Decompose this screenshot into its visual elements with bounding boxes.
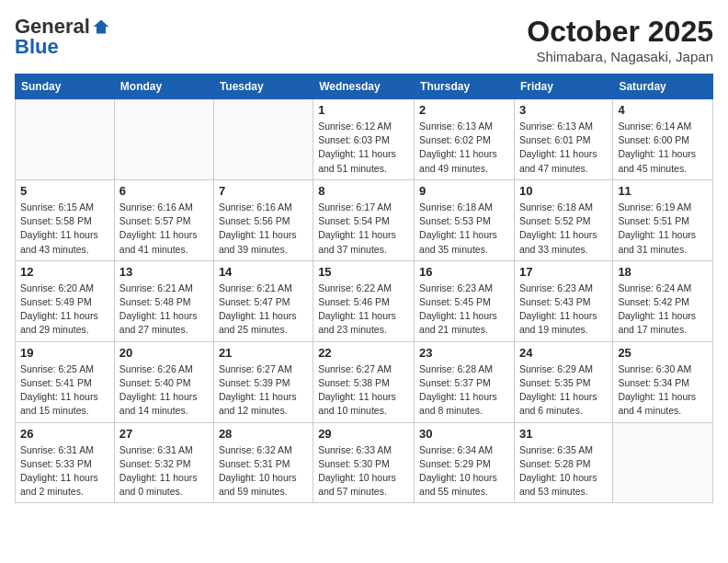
day-number: 9 — [419, 184, 509, 198]
calendar-cell: 7Sunrise: 6:16 AMSunset: 5:56 PMDaylight… — [213, 179, 313, 260]
day-info: Sunrise: 6:13 AMSunset: 6:02 PMDaylight:… — [419, 120, 509, 176]
day-number: 4 — [618, 103, 708, 117]
day-number: 14 — [219, 265, 308, 279]
day-info: Sunrise: 6:29 AMSunset: 5:35 PMDaylight:… — [519, 362, 608, 419]
day-number: 20 — [119, 346, 209, 360]
day-number: 8 — [318, 184, 409, 198]
column-header-friday: Friday — [514, 75, 612, 99]
calendar-cell: 24Sunrise: 6:29 AMSunset: 5:35 PMDayligh… — [514, 341, 612, 422]
calendar-cell: 29Sunrise: 6:33 AMSunset: 5:30 PMDayligh… — [313, 422, 415, 503]
day-info: Sunrise: 6:16 AMSunset: 5:57 PMDaylight:… — [119, 201, 209, 257]
day-info: Sunrise: 6:18 AMSunset: 5:52 PMDaylight:… — [519, 201, 608, 257]
day-info: Sunrise: 6:21 AMSunset: 5:47 PMDaylight:… — [219, 282, 308, 338]
day-info: Sunrise: 6:27 AMSunset: 5:38 PMDaylight:… — [318, 362, 409, 419]
day-number: 23 — [419, 346, 509, 360]
day-info: Sunrise: 6:13 AMSunset: 6:01 PMDaylight:… — [519, 120, 608, 176]
day-number: 21 — [219, 346, 308, 360]
week-row-2: 5Sunrise: 6:15 AMSunset: 5:58 PMDaylight… — [16, 179, 713, 260]
calendar-table: SundayMondayTuesdayWednesdayThursdayFrid… — [15, 74, 713, 503]
day-info: Sunrise: 6:34 AMSunset: 5:29 PMDaylight:… — [419, 443, 509, 500]
day-info: Sunrise: 6:20 AMSunset: 5:49 PMDaylight:… — [20, 282, 109, 338]
location: Shimabara, Nagasaki, Japan — [527, 49, 713, 64]
day-number: 24 — [519, 346, 608, 360]
day-number: 10 — [519, 184, 608, 198]
day-info: Sunrise: 6:30 AMSunset: 5:34 PMDaylight:… — [618, 362, 708, 419]
calendar-cell: 2Sunrise: 6:13 AMSunset: 6:02 PMDaylight… — [415, 99, 515, 180]
calendar-cell: 18Sunrise: 6:24 AMSunset: 5:42 PMDayligh… — [613, 260, 713, 341]
calendar-cell — [16, 99, 115, 180]
week-row-1: 1Sunrise: 6:12 AMSunset: 6:03 PMDaylight… — [16, 99, 713, 180]
day-info: Sunrise: 6:23 AMSunset: 5:45 PMDaylight:… — [419, 282, 509, 338]
calendar-cell: 4Sunrise: 6:14 AMSunset: 6:00 PMDaylight… — [613, 99, 713, 180]
day-number: 26 — [20, 427, 109, 441]
day-info: Sunrise: 6:23 AMSunset: 5:43 PMDaylight:… — [519, 282, 608, 338]
day-info: Sunrise: 6:19 AMSunset: 5:51 PMDaylight:… — [618, 201, 708, 257]
day-info: Sunrise: 6:24 AMSunset: 5:42 PMDaylight:… — [618, 282, 708, 338]
title-block: October 2025 Shimabara, Nagasaki, Japan — [527, 15, 713, 64]
calendar-cell: 8Sunrise: 6:17 AMSunset: 5:54 PMDaylight… — [313, 179, 415, 260]
day-number: 2 — [419, 103, 509, 117]
day-number: 31 — [519, 427, 608, 441]
calendar-cell: 20Sunrise: 6:26 AMSunset: 5:40 PMDayligh… — [114, 341, 213, 422]
day-info: Sunrise: 6:16 AMSunset: 5:56 PMDaylight:… — [219, 201, 308, 257]
calendar-cell: 9Sunrise: 6:18 AMSunset: 5:53 PMDaylight… — [415, 179, 515, 260]
calendar-header-row: SundayMondayTuesdayWednesdayThursdayFrid… — [16, 75, 713, 99]
day-info: Sunrise: 6:15 AMSunset: 5:58 PMDaylight:… — [20, 201, 109, 257]
calendar-cell: 30Sunrise: 6:34 AMSunset: 5:29 PMDayligh… — [415, 422, 515, 503]
day-info: Sunrise: 6:12 AMSunset: 6:03 PMDaylight:… — [318, 120, 409, 176]
day-info: Sunrise: 6:17 AMSunset: 5:54 PMDaylight:… — [318, 201, 409, 257]
day-number: 29 — [318, 427, 409, 441]
day-info: Sunrise: 6:26 AMSunset: 5:40 PMDaylight:… — [119, 362, 209, 419]
calendar-cell: 23Sunrise: 6:28 AMSunset: 5:37 PMDayligh… — [415, 341, 515, 422]
day-number: 22 — [318, 346, 409, 360]
calendar-cell: 31Sunrise: 6:35 AMSunset: 5:28 PMDayligh… — [514, 422, 612, 503]
column-header-sunday: Sunday — [16, 75, 115, 99]
calendar-cell: 21Sunrise: 6:27 AMSunset: 5:39 PMDayligh… — [213, 341, 313, 422]
calendar-cell — [213, 99, 313, 180]
day-info: Sunrise: 6:31 AMSunset: 5:33 PMDaylight:… — [20, 443, 109, 500]
calendar-cell: 1Sunrise: 6:12 AMSunset: 6:03 PMDaylight… — [313, 99, 415, 180]
day-info: Sunrise: 6:21 AMSunset: 5:48 PMDaylight:… — [119, 282, 209, 338]
day-info: Sunrise: 6:14 AMSunset: 6:00 PMDaylight:… — [618, 120, 708, 176]
column-header-wednesday: Wednesday — [313, 75, 415, 99]
day-number: 28 — [219, 427, 308, 441]
day-info: Sunrise: 6:31 AMSunset: 5:32 PMDaylight:… — [119, 443, 209, 500]
day-info: Sunrise: 6:18 AMSunset: 5:53 PMDaylight:… — [419, 201, 509, 257]
column-header-saturday: Saturday — [613, 75, 713, 99]
week-row-4: 19Sunrise: 6:25 AMSunset: 5:41 PMDayligh… — [16, 341, 713, 422]
day-number: 6 — [119, 184, 209, 198]
logo: General Blue — [15, 15, 110, 59]
calendar-cell — [613, 422, 713, 503]
day-info: Sunrise: 6:27 AMSunset: 5:39 PMDaylight:… — [219, 362, 308, 419]
calendar-cell: 3Sunrise: 6:13 AMSunset: 6:01 PMDaylight… — [514, 99, 612, 180]
calendar-cell: 15Sunrise: 6:22 AMSunset: 5:46 PMDayligh… — [313, 260, 415, 341]
svg-marker-0 — [94, 20, 109, 34]
calendar-cell: 17Sunrise: 6:23 AMSunset: 5:43 PMDayligh… — [514, 260, 612, 341]
day-number: 11 — [618, 184, 708, 198]
month-title: October 2025 — [527, 15, 713, 49]
day-number: 5 — [20, 184, 109, 198]
day-info: Sunrise: 6:33 AMSunset: 5:30 PMDaylight:… — [318, 443, 409, 500]
day-number: 25 — [618, 346, 708, 360]
calendar-cell: 28Sunrise: 6:32 AMSunset: 5:31 PMDayligh… — [213, 422, 313, 503]
calendar-cell: 13Sunrise: 6:21 AMSunset: 5:48 PMDayligh… — [114, 260, 213, 341]
column-header-monday: Monday — [114, 75, 213, 99]
calendar-cell: 27Sunrise: 6:31 AMSunset: 5:32 PMDayligh… — [114, 422, 213, 503]
day-number: 19 — [20, 346, 109, 360]
calendar-cell: 14Sunrise: 6:21 AMSunset: 5:47 PMDayligh… — [213, 260, 313, 341]
column-header-thursday: Thursday — [415, 75, 515, 99]
calendar-cell: 11Sunrise: 6:19 AMSunset: 5:51 PMDayligh… — [613, 179, 713, 260]
day-info: Sunrise: 6:28 AMSunset: 5:37 PMDaylight:… — [419, 362, 509, 419]
logo-icon — [92, 17, 110, 36]
logo-blue-text: Blue — [15, 35, 59, 59]
day-number: 1 — [318, 103, 409, 117]
day-number: 3 — [519, 103, 608, 117]
calendar-cell: 22Sunrise: 6:27 AMSunset: 5:38 PMDayligh… — [313, 341, 415, 422]
day-number: 16 — [419, 265, 509, 279]
day-info: Sunrise: 6:25 AMSunset: 5:41 PMDaylight:… — [20, 362, 109, 419]
day-info: Sunrise: 6:22 AMSunset: 5:46 PMDaylight:… — [318, 282, 409, 338]
day-number: 17 — [519, 265, 608, 279]
day-number: 7 — [219, 184, 308, 198]
column-header-tuesday: Tuesday — [213, 75, 313, 99]
day-number: 15 — [318, 265, 409, 279]
